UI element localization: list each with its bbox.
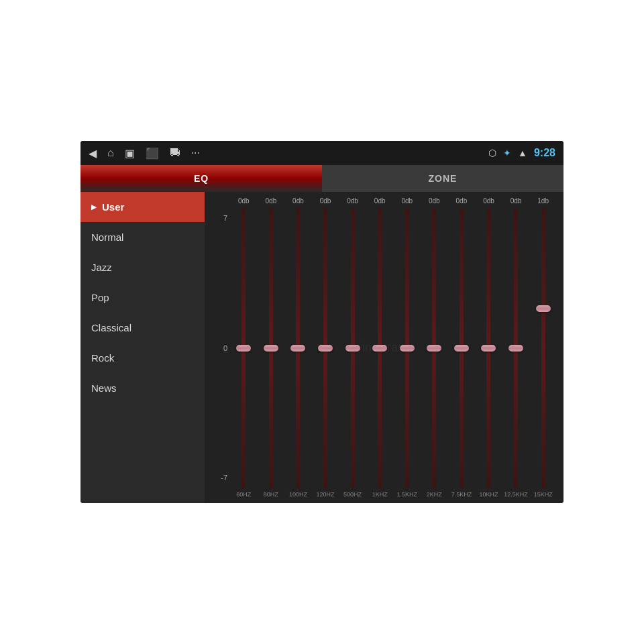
slider-track-container-2	[284, 207, 312, 488]
slider-track-7[interactable]	[432, 207, 436, 488]
slider-col-0[interactable]: 60HZ	[230, 207, 258, 498]
slider-track-container-8	[448, 207, 476, 488]
slider-thumb-4[interactable]	[345, 345, 360, 352]
scale-zero: 0	[223, 344, 227, 352]
tab-bar: EQ ZONE	[80, 165, 564, 192]
status-bar: ◀ ⌂ ▣ ⬛ ⛟ ··· ⬡ ✦ ▲ 9:28	[80, 141, 564, 165]
main-content: ▶ User Normal Jazz Pop Classical Rock Ne…	[80, 192, 564, 503]
sidebar-item-classical[interactable]: Classical	[80, 313, 205, 343]
tab-zone[interactable]: ZONE	[322, 165, 564, 192]
slider-thumb-11[interactable]	[536, 305, 551, 312]
freq-label-1: 80HZ	[264, 491, 278, 498]
slider-col-11[interactable]: 15KHZ	[529, 207, 557, 498]
slider-track-container-0	[230, 207, 258, 488]
slider-track-2[interactable]	[296, 207, 300, 488]
db-label-5: 0db	[366, 197, 394, 205]
sidebar-item-jazz[interactable]: Jazz	[80, 252, 205, 282]
slider-thumb-3[interactable]	[318, 345, 333, 352]
slider-col-4[interactable]: 500HZ	[339, 207, 366, 498]
camera-icon[interactable]: ⬛	[146, 147, 159, 160]
slider-col-1[interactable]: 80HZ	[258, 207, 285, 498]
slider-thumb-1[interactable]	[264, 345, 278, 352]
freq-label-7: 2KHZ	[427, 491, 442, 498]
slider-track-container-1	[258, 207, 285, 488]
freq-label-9: 10KHZ	[479, 491, 498, 498]
slider-col-6[interactable]: 1.5KHZ	[393, 207, 421, 498]
eq-db-labels: 0db0db0db0db0db0db0db0db0db0db0db1db	[211, 197, 557, 205]
freq-label-0: 60HZ	[236, 491, 251, 498]
slider-col-5[interactable]: 1KHZ	[366, 207, 394, 498]
sidebar-item-rock[interactable]: Rock	[80, 343, 205, 373]
slider-col-7[interactable]: 2KHZ	[421, 207, 448, 498]
freq-label-8: 7.5KHZ	[451, 491, 472, 498]
sidebar-item-user[interactable]: ▶ User	[80, 192, 205, 222]
freq-label-4: 500HZ	[343, 491, 362, 498]
basket-icon[interactable]: ⛟	[170, 147, 180, 159]
slider-track-container-11	[529, 207, 557, 488]
sidebar-item-pop[interactable]: Pop	[80, 282, 205, 313]
slider-track-container-10	[502, 207, 530, 488]
db-label-0: 0db	[230, 197, 258, 205]
eq-scale: 7 0 -7	[211, 207, 230, 498]
slider-col-10[interactable]: 12.5KHZ	[502, 207, 530, 498]
db-label-2: 0db	[284, 197, 312, 205]
slider-track-10[interactable]	[514, 207, 518, 488]
eq-sliders: 60HZ80HZ100HZ120HZ500HZ1KHZ1.5KHZ2KHZ7.5…	[230, 207, 557, 498]
slider-thumb-8[interactable]	[454, 345, 469, 352]
eq-body: 7 0 -7 60HZ80HZ100HZ120HZ500HZ1KHZ1.5KHZ…	[211, 207, 557, 498]
device-frame: ◀ ⌂ ▣ ⬛ ⛟ ··· ⬡ ✦ ▲ 9:28 EQ ZONE ▶ User	[80, 141, 564, 503]
slider-track-container-9	[475, 207, 502, 488]
freq-label-10: 12.5KHZ	[504, 491, 528, 498]
recents-icon[interactable]: ▣	[125, 147, 135, 160]
slider-track-4[interactable]	[351, 207, 355, 488]
slider-track-container-5	[366, 207, 394, 488]
slider-thumb-5[interactable]	[372, 345, 387, 352]
cast-icon: ⬡	[488, 148, 496, 158]
db-label-8: 0db	[448, 197, 476, 205]
slider-col-2[interactable]: 100HZ	[284, 207, 312, 498]
scale-min: -7	[221, 474, 227, 482]
db-label-7: 0db	[421, 197, 448, 205]
db-label-6: 0db	[393, 197, 421, 205]
bluetooth-icon: ✦	[503, 148, 511, 158]
slider-track-6[interactable]	[405, 207, 409, 488]
slider-col-9[interactable]: 10KHZ	[475, 207, 502, 498]
scale-max: 7	[223, 214, 227, 222]
slider-track-container-7	[421, 207, 448, 488]
freq-label-3: 120HZ	[317, 491, 335, 498]
sidebar: ▶ User Normal Jazz Pop Classical Rock Ne…	[80, 192, 205, 503]
slider-track-container-3	[312, 207, 339, 488]
back-icon[interactable]: ◀	[89, 147, 97, 160]
slider-track-0[interactable]	[241, 207, 246, 488]
freq-label-6: 1.5KHZ	[397, 491, 418, 498]
slider-thumb-2[interactable]	[290, 345, 305, 352]
home-icon[interactable]: ⌂	[107, 147, 114, 159]
slider-track-8[interactable]	[460, 207, 464, 488]
db-label-4: 0db	[339, 197, 366, 205]
slider-track-3[interactable]	[323, 207, 327, 488]
slider-track-9[interactable]	[486, 207, 490, 488]
slider-thumb-9[interactable]	[481, 345, 496, 352]
db-label-3: 0db	[312, 197, 339, 205]
db-label-10: 0db	[502, 197, 530, 205]
slider-thumb-7[interactable]	[427, 345, 441, 352]
eq-panel: wincairan.ir 0db0db0db0db0db0db0db0db0db…	[205, 192, 564, 503]
sidebar-item-normal[interactable]: Normal	[80, 222, 205, 252]
time-display: 9:28	[534, 147, 555, 159]
slider-track-1[interactable]	[269, 207, 273, 488]
freq-label-5: 1KHZ	[372, 491, 388, 498]
tab-eq[interactable]: EQ	[80, 165, 322, 192]
slider-thumb-0[interactable]	[236, 345, 251, 352]
slider-col-3[interactable]: 120HZ	[312, 207, 339, 498]
freq-label-2: 100HZ	[289, 491, 307, 498]
slider-thumb-6[interactable]	[400, 345, 415, 352]
sidebar-item-news[interactable]: News	[80, 373, 205, 403]
slider-col-8[interactable]: 7.5KHZ	[448, 207, 476, 498]
db-label-11: 1db	[529, 197, 557, 205]
slider-thumb-10[interactable]	[508, 345, 523, 352]
status-right-icons: ⬡ ✦ ▲ 9:28	[488, 147, 555, 159]
slider-track-11[interactable]	[541, 207, 545, 488]
wifi-icon: ▲	[518, 148, 527, 158]
more-icon[interactable]: ···	[191, 147, 200, 159]
slider-track-5[interactable]	[378, 207, 382, 488]
